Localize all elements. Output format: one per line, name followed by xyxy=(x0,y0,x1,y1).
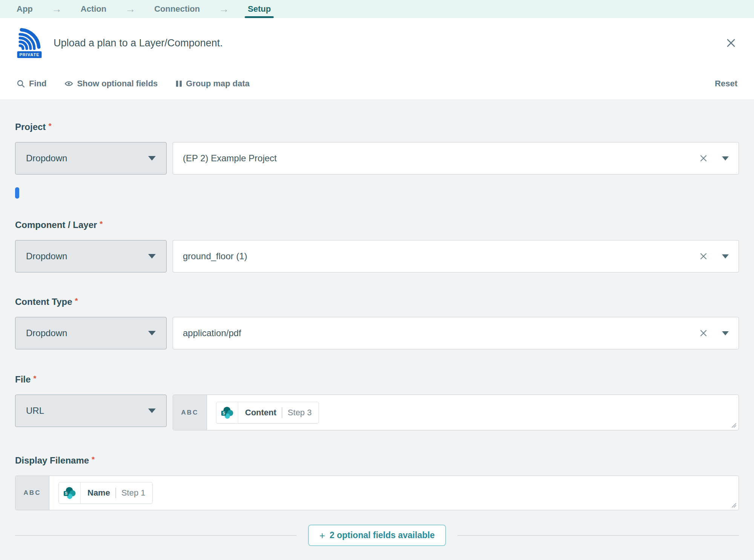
app-logo: PRIVATE xyxy=(15,27,44,59)
content-type-label: Content Type * xyxy=(15,297,739,307)
show-optional-fields-label: Show optional fields xyxy=(77,79,158,89)
chevron-down-icon xyxy=(722,331,729,335)
file-label-text: File xyxy=(15,374,31,385)
resize-handle[interactable] xyxy=(730,501,737,508)
display-filename-mapped-token[interactable]: S Name Step 1 xyxy=(58,482,153,504)
file-input: ABC S xyxy=(173,395,739,430)
setup-panel: App → Action → Connection → Setup PR xyxy=(0,0,754,560)
project-clear-button[interactable] xyxy=(699,153,708,163)
content-type-combobox[interactable]: application/pdf xyxy=(173,317,739,349)
header: PRIVATE Upload a plan to a Layer/Compone… xyxy=(0,18,754,68)
project-value: (EP 2) Example Project xyxy=(183,153,699,164)
display-filename-label-text: Display Filename xyxy=(15,455,89,466)
file-mode-value: URL xyxy=(26,405,44,416)
close-button[interactable] xyxy=(723,35,739,51)
field-content-type: Content Type * Dropdown application/pdf xyxy=(15,297,739,349)
app-logo-icon xyxy=(17,27,42,52)
group-map-data-label: Group map data xyxy=(186,79,250,89)
clear-x-icon xyxy=(699,251,708,261)
component-value: ground_floor (1) xyxy=(183,251,699,262)
file-input-type-badge: ABC xyxy=(173,395,207,430)
required-asterisk: * xyxy=(33,374,36,382)
field-component-layer: Component / Layer * Dropdown ground_floo… xyxy=(15,220,739,272)
project-label-text: Project xyxy=(15,122,46,132)
reset-button[interactable]: Reset xyxy=(715,79,737,89)
show-optional-fields-button[interactable]: Show optional fields xyxy=(64,79,158,89)
file-label: File * xyxy=(15,374,739,385)
project-mode-value: Dropdown xyxy=(26,153,67,164)
svg-text:S: S xyxy=(65,491,67,496)
find-label: Find xyxy=(29,79,46,89)
plus-icon: + xyxy=(319,531,325,540)
optional-fields-button[interactable]: + 2 optional fields available xyxy=(308,525,446,546)
chevron-down-icon xyxy=(722,156,729,161)
find-button[interactable]: Find xyxy=(17,79,46,89)
breadcrumb-item-action[interactable]: Action xyxy=(78,0,109,18)
file-mapped-token[interactable]: S Content Step 3 xyxy=(216,402,319,424)
display-filename-input-area[interactable]: S Name Step 1 xyxy=(49,476,739,510)
group-map-data-button[interactable]: Group map data xyxy=(176,79,250,89)
search-icon xyxy=(17,80,25,88)
svg-text:S: S xyxy=(222,411,225,415)
token-step-label: Step 3 xyxy=(282,408,319,418)
chevron-down-icon xyxy=(148,409,156,413)
chevron-down-icon xyxy=(148,254,156,259)
optional-fields-footer: + 2 optional fields available xyxy=(15,525,739,546)
chevron-down-icon xyxy=(148,156,156,161)
field-file: File * URL ABC xyxy=(15,374,739,430)
project-combobox[interactable]: (EP 2) Example Project xyxy=(173,142,739,174)
content-type-clear-button[interactable] xyxy=(699,328,708,338)
divider xyxy=(15,535,297,536)
component-mode-value: Dropdown xyxy=(26,251,67,262)
breadcrumb: App → Action → Connection → Setup xyxy=(0,0,754,18)
display-filename-input: ABC S xyxy=(15,476,739,510)
page-title: Upload a plan to a Layer/Component. xyxy=(54,37,223,49)
form-body: Project * Dropdown (EP 2) Example Projec… xyxy=(0,100,754,560)
component-layer-label: Component / Layer * xyxy=(15,220,739,230)
optional-fields-button-label: 2 optional fields available xyxy=(329,530,435,540)
sharepoint-icon: S xyxy=(59,482,81,503)
field-display-filename: Display Filename * ABC xyxy=(15,455,739,510)
token-field-name: Content xyxy=(238,408,282,418)
file-input-area[interactable]: S Content Step 3 xyxy=(207,395,739,430)
text-cursor-indicator xyxy=(15,187,19,199)
clear-x-icon xyxy=(699,328,708,338)
component-mode-select[interactable]: Dropdown xyxy=(15,240,167,272)
required-asterisk: * xyxy=(92,455,95,463)
required-asterisk: * xyxy=(100,220,103,228)
required-asterisk: * xyxy=(48,122,51,130)
divider xyxy=(457,535,739,536)
project-mode-select[interactable]: Dropdown xyxy=(15,142,167,174)
chevron-down-icon xyxy=(722,254,729,259)
toolbar: Find Show optional fields Group map data… xyxy=(0,68,754,100)
breadcrumb-item-app[interactable]: App xyxy=(14,0,36,18)
component-clear-button[interactable] xyxy=(699,251,708,261)
file-mode-select[interactable]: URL xyxy=(15,395,167,427)
eye-icon xyxy=(64,80,73,87)
field-project: Project * Dropdown (EP 2) Example Projec… xyxy=(15,122,739,199)
component-combobox[interactable]: ground_floor (1) xyxy=(173,240,739,272)
content-type-mode-select[interactable]: Dropdown xyxy=(15,317,167,349)
clear-x-icon xyxy=(699,153,708,163)
breadcrumb-arrow-icon: → xyxy=(203,0,245,18)
required-asterisk: * xyxy=(75,297,78,304)
display-filename-type-badge: ABC xyxy=(15,476,49,510)
close-icon xyxy=(725,37,737,49)
content-type-mode-value: Dropdown xyxy=(26,328,67,338)
resize-handle[interactable] xyxy=(730,421,737,428)
columns-icon xyxy=(176,80,182,87)
breadcrumb-item-connection[interactable]: Connection xyxy=(151,0,203,18)
breadcrumb-arrow-icon: → xyxy=(109,0,151,18)
project-label: Project * xyxy=(15,122,739,132)
sharepoint-icon: S xyxy=(216,402,238,423)
chevron-down-icon xyxy=(148,331,156,335)
token-step-label: Step 1 xyxy=(116,488,152,498)
private-badge: PRIVATE xyxy=(16,50,43,59)
component-layer-label-text: Component / Layer xyxy=(15,220,97,230)
breadcrumb-item-setup[interactable]: Setup xyxy=(245,0,274,18)
breadcrumb-arrow-icon: → xyxy=(36,0,78,18)
content-type-label-text: Content Type xyxy=(15,297,72,307)
content-type-value: application/pdf xyxy=(183,328,699,338)
token-field-name: Name xyxy=(81,488,115,498)
display-filename-label: Display Filename * xyxy=(15,455,739,466)
